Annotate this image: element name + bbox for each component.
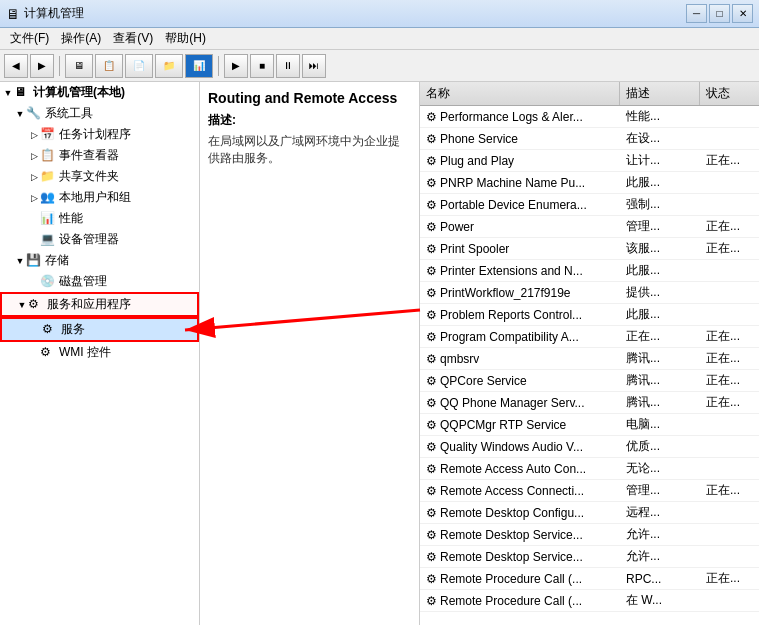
service-icon: ⚙: [426, 550, 437, 564]
service-name: Plug and Play: [440, 154, 514, 168]
service-row[interactable]: ⚙Program Compatibility A...正在...正在...自动: [420, 326, 759, 348]
tree-disk-management[interactable]: 💿 磁盘管理: [0, 271, 199, 292]
services-header: 名称 描述 状态 启动类型: [420, 82, 759, 106]
menu-view[interactable]: 查看(V): [107, 28, 159, 49]
header-name[interactable]: 名称: [420, 82, 620, 105]
service-row[interactable]: ⚙Problem Reports Control...此服...手动: [420, 304, 759, 326]
service-row[interactable]: ⚙Remote Desktop Service...允许...手动: [420, 524, 759, 546]
tree-device-manager[interactable]: 💻 设备管理器: [0, 229, 199, 250]
service-icon: ⚙: [426, 396, 437, 410]
service-name: QQPCMgr RTP Service: [440, 418, 566, 432]
services-icon: ⚙: [42, 322, 58, 338]
toolbar-btn1[interactable]: 🖥: [65, 54, 93, 78]
menu-help[interactable]: 帮助(H): [159, 28, 212, 49]
service-status: [700, 555, 759, 559]
service-status: [700, 269, 759, 273]
service-row[interactable]: ⚙Phone Service在设...手动(触发...: [420, 128, 759, 150]
service-desc: 提供...: [620, 282, 700, 303]
service-name: Remote Desktop Configu...: [440, 506, 584, 520]
service-row[interactable]: ⚙Remote Desktop Service...允许...手动: [420, 546, 759, 568]
system-tools-arrow: ▼: [14, 108, 26, 120]
service-icon: ⚙: [426, 484, 437, 498]
service-row[interactable]: ⚙qmbsrv腾讯...正在...自动: [420, 348, 759, 370]
toolbar-forward[interactable]: ▶: [30, 54, 54, 78]
toolbar-btn4[interactable]: 📁: [155, 54, 183, 78]
toolbar-pause[interactable]: ⏸: [276, 54, 300, 78]
service-row[interactable]: ⚙Remote Access Connecti...管理...正在...自动: [420, 480, 759, 502]
service-status: 正在...: [700, 238, 759, 259]
tree-wmi[interactable]: ⚙ WMI 控件: [0, 342, 199, 363]
middle-title: Routing and Remote Access: [208, 90, 411, 106]
service-row[interactable]: ⚙Remote Procedure Call (...RPC...正在...自动: [420, 568, 759, 590]
middle-desc: 在局域网以及广域网环境中为企业提供路由服务。: [208, 133, 411, 167]
tree-event-viewer[interactable]: ▷ 📋 事件查看器: [0, 145, 199, 166]
service-row[interactable]: ⚙Print Spooler该服...正在...自动: [420, 238, 759, 260]
tree-shared-folders[interactable]: ▷ 📁 共享文件夹: [0, 166, 199, 187]
service-row[interactable]: ⚙Performance Logs & Aler...性能...手动: [420, 106, 759, 128]
service-row[interactable]: ⚙Quality Windows Audio V...优质...手动: [420, 436, 759, 458]
service-icon: ⚙: [426, 528, 437, 542]
service-row[interactable]: ⚙Power管理...正在...自动: [420, 216, 759, 238]
tree-performance-label: 性能: [59, 210, 83, 227]
title-bar: 🖥 计算机管理 ─ □ ✕: [0, 0, 759, 28]
service-row[interactable]: ⚙PrintWorkflow_217f919e提供...手动(触发...: [420, 282, 759, 304]
service-row[interactable]: ⚙QPCore Service腾讯...正在...自动: [420, 370, 759, 392]
service-icon: ⚙: [426, 242, 437, 256]
wmi-arrow: [28, 347, 40, 359]
root-arrow: ▼: [2, 87, 14, 99]
service-status: [700, 115, 759, 119]
toolbar-sep2: [218, 56, 219, 76]
service-row[interactable]: ⚙PNRP Machine Name Pu...此服...手动: [420, 172, 759, 194]
tree-services[interactable]: ⚙ 服务: [0, 317, 199, 342]
tree-root[interactable]: ▼ 🖥 计算机管理(本地): [0, 82, 199, 103]
service-desc: 腾讯...: [620, 348, 700, 369]
service-row[interactable]: ⚙Portable Device Enumera...强制...手动(触发...: [420, 194, 759, 216]
service-row[interactable]: ⚙QQ Phone Manager Serv...腾讯...正在...自动: [420, 392, 759, 414]
toolbar-back[interactable]: ◀: [4, 54, 28, 78]
services-apps-arrow: ▼: [16, 299, 28, 311]
service-desc: 电脑...: [620, 414, 700, 435]
service-desc: 在 W...: [620, 590, 700, 611]
service-row[interactable]: ⚙Printer Extensions and N...此服...手动: [420, 260, 759, 282]
service-row[interactable]: ⚙Remote Procedure Call (...在 W...手动: [420, 590, 759, 612]
toolbar-btn2[interactable]: 📋: [95, 54, 123, 78]
toolbar-btn5[interactable]: 📊: [185, 54, 213, 78]
service-row[interactable]: ⚙QQPCMgr RTP Service电脑...自动: [420, 414, 759, 436]
service-row[interactable]: ⚙Remote Access Auto Con...无论...手动: [420, 458, 759, 480]
close-button[interactable]: ✕: [732, 4, 753, 23]
minimize-button[interactable]: ─: [686, 4, 707, 23]
toolbar-step[interactable]: ⏭: [302, 54, 326, 78]
menu-file[interactable]: 文件(F): [4, 28, 55, 49]
service-name: Remote Access Connecti...: [440, 484, 584, 498]
service-status: 正在...: [700, 326, 759, 347]
toolbar-play[interactable]: ▶: [224, 54, 248, 78]
tree-storage[interactable]: ▼ 💾 存储: [0, 250, 199, 271]
service-row[interactable]: ⚙Plug and Play让计...正在...手动: [420, 150, 759, 172]
middle-panel: Routing and Remote Access 描述: 在局域网以及广域网环…: [200, 82, 420, 625]
service-desc: 腾讯...: [620, 392, 700, 413]
service-name: Portable Device Enumera...: [440, 198, 587, 212]
service-row[interactable]: ⚙Remote Desktop Configu...远程...手动: [420, 502, 759, 524]
service-status: 正在...: [700, 392, 759, 413]
service-desc: RPC...: [620, 570, 700, 588]
service-status: 正在...: [700, 348, 759, 369]
tree-local-users[interactable]: ▷ 👥 本地用户和组: [0, 187, 199, 208]
toolbar-btn3[interactable]: 📄: [125, 54, 153, 78]
maximize-button[interactable]: □: [709, 4, 730, 23]
tree-system-tools[interactable]: ▼ 🔧 系统工具: [0, 103, 199, 124]
tree-services-apps[interactable]: ▼ ⚙ 服务和应用程序: [0, 292, 199, 317]
menu-action[interactable]: 操作(A): [55, 28, 107, 49]
disk-management-arrow: [28, 276, 40, 288]
header-desc[interactable]: 描述: [620, 82, 700, 105]
service-icon: ⚙: [426, 374, 437, 388]
toolbar-stop[interactable]: ■: [250, 54, 274, 78]
service-desc: 允许...: [620, 546, 700, 567]
service-desc: 远程...: [620, 502, 700, 523]
header-status[interactable]: 状态: [700, 82, 759, 105]
tree-task-scheduler-label: 任务计划程序: [59, 126, 131, 143]
tree-performance[interactable]: 📊 性能: [0, 208, 199, 229]
service-desc: 管理...: [620, 480, 700, 501]
tree-task-scheduler[interactable]: ▷ 📅 任务计划程序: [0, 124, 199, 145]
service-icon: ⚙: [426, 176, 437, 190]
service-desc: 管理...: [620, 216, 700, 237]
